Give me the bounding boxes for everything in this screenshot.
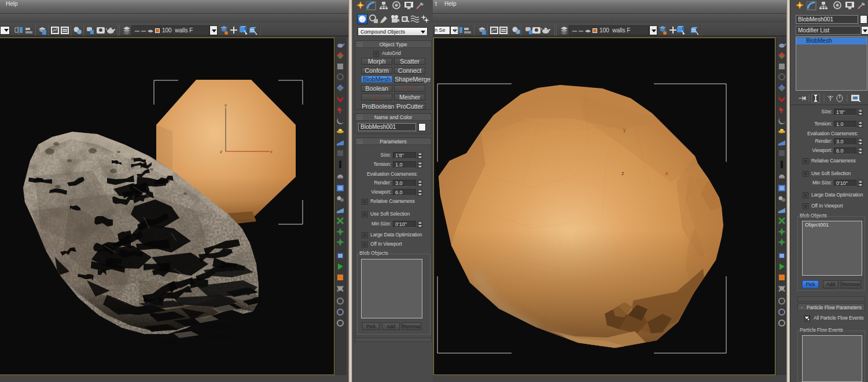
svg-text:x: x [270,149,273,154]
svg-text:y: y [225,102,227,107]
svg-text:x: x [665,170,668,176]
svg-text:z: z [220,149,222,154]
svg-text:y: y [623,127,626,133]
svg-text:z: z [621,170,624,176]
